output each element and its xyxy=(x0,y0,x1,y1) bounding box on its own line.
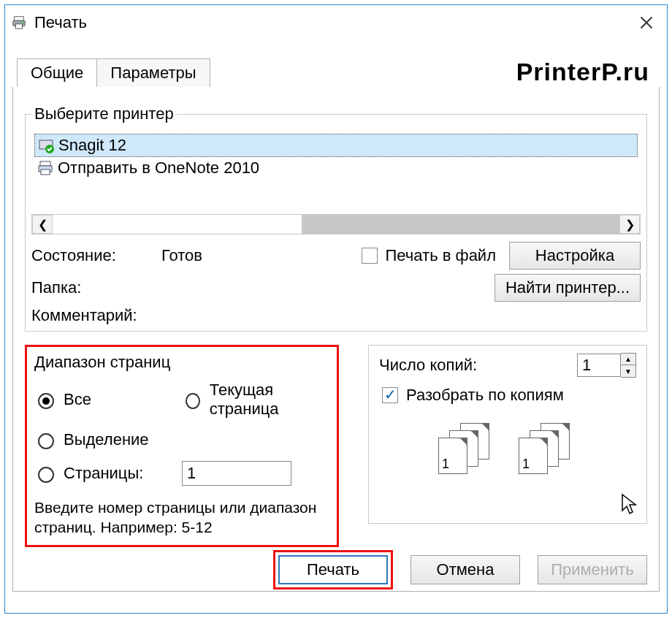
window-title: Печать xyxy=(34,13,87,32)
printer-item-label: Отправить в OneNote 2010 xyxy=(58,159,259,178)
copies-input[interactable] xyxy=(577,354,621,377)
collate-input[interactable] xyxy=(382,387,398,403)
comment-label: Комментарий: xyxy=(31,306,156,325)
collate-illustration: 3 2 1 3 2 1 xyxy=(379,423,636,470)
svg-rect-0 xyxy=(15,17,24,21)
copies-label: Число копий: xyxy=(379,356,477,375)
state-value: Готов xyxy=(161,246,353,265)
cursor-icon xyxy=(621,493,637,518)
state-label: Состояние: xyxy=(31,246,156,265)
range-hint: Введите номер страницы или диапазон стра… xyxy=(34,497,329,538)
printer-item-onenote[interactable]: Отправить в OneNote 2010 xyxy=(34,157,638,179)
page-range-group: Диапазон страниц Все Текущая страница Вы… xyxy=(25,345,339,547)
range-selection-label: Выделение xyxy=(64,430,149,449)
printer-status-ok-icon xyxy=(38,137,54,153)
printer-item-snagit[interactable]: Snagit 12 xyxy=(34,134,638,157)
svg-rect-2 xyxy=(15,24,22,28)
cancel-button[interactable]: Отмена xyxy=(411,555,520,584)
print-button[interactable]: Печать xyxy=(278,555,388,584)
pages-field[interactable] xyxy=(182,461,291,486)
folder-label: Папка: xyxy=(31,278,156,297)
copies-group: Число копий: ▲ ▼ Разобрать по копиям xyxy=(368,345,647,524)
copies-spinner[interactable]: ▲ ▼ xyxy=(577,353,636,378)
range-current-radio[interactable]: Текущая страница xyxy=(182,381,329,419)
print-button-highlight: Печать xyxy=(273,550,393,590)
dialog-footer: Печать Отмена Применить xyxy=(13,549,659,591)
print-to-file-checkbox[interactable]: Печать в файл xyxy=(359,245,496,266)
printer-item-label: Snagit 12 xyxy=(58,136,126,155)
close-button[interactable] xyxy=(632,8,661,37)
svg-rect-8 xyxy=(40,161,50,166)
printer-group-legend: Выберите принтер xyxy=(31,104,177,123)
find-printer-button[interactable]: Найти принтер... xyxy=(495,274,641,302)
range-selection-radio[interactable]: Выделение xyxy=(34,430,182,449)
printer-group: Выберите принтер Snagit 12 Отправить в O… xyxy=(25,104,647,332)
collate-checkbox[interactable]: Разобрать по копиям xyxy=(379,385,636,405)
range-all-label: Все xyxy=(64,390,91,409)
svg-point-3 xyxy=(23,22,24,23)
range-pages-radio[interactable]: Страницы: xyxy=(34,461,182,486)
scroll-thumb[interactable] xyxy=(302,215,619,234)
watermark: PrinterP.ru xyxy=(516,58,649,86)
scroll-right-icon[interactable]: ❯ xyxy=(619,215,640,234)
page-range-legend: Диапазон страниц xyxy=(34,353,329,372)
printer-icon xyxy=(37,160,53,176)
apply-button[interactable]: Применить xyxy=(538,555,647,584)
range-all-radio[interactable]: Все xyxy=(34,381,182,419)
spin-down-icon[interactable]: ▼ xyxy=(621,365,635,377)
range-current-input[interactable] xyxy=(186,393,200,409)
print-to-file-input[interactable] xyxy=(362,248,378,264)
titlebar: Печать xyxy=(5,5,667,40)
svg-rect-10 xyxy=(41,169,50,175)
tab-body: Выберите принтер Snagit 12 Отправить в O… xyxy=(12,87,660,592)
scroll-left-icon[interactable]: ❮ xyxy=(32,215,53,234)
printer-list[interactable]: Snagit 12 Отправить в OneNote 2010 xyxy=(31,131,641,182)
spin-up-icon[interactable]: ▲ xyxy=(621,354,635,365)
range-current-label: Текущая страница xyxy=(210,381,329,419)
print-dialog-window: Печать PrinterP.ru Общие Параметры Выбер… xyxy=(4,4,668,614)
tab-parameters[interactable]: Параметры xyxy=(96,58,210,87)
scroll-track[interactable] xyxy=(53,215,619,234)
range-pages-label: Страницы: xyxy=(64,464,143,483)
range-all-input[interactable] xyxy=(38,393,54,409)
tab-general[interactable]: Общие xyxy=(17,58,97,87)
range-selection-input[interactable] xyxy=(38,433,54,449)
printer-icon xyxy=(11,15,27,31)
printer-list-hscroll[interactable]: ❮ ❯ xyxy=(31,214,641,234)
collate-label: Разобрать по копиям xyxy=(406,386,564,405)
range-pages-input[interactable] xyxy=(38,467,54,483)
print-to-file-label: Печать в файл xyxy=(386,246,496,265)
printer-setup-button[interactable]: Настройка xyxy=(509,242,641,270)
